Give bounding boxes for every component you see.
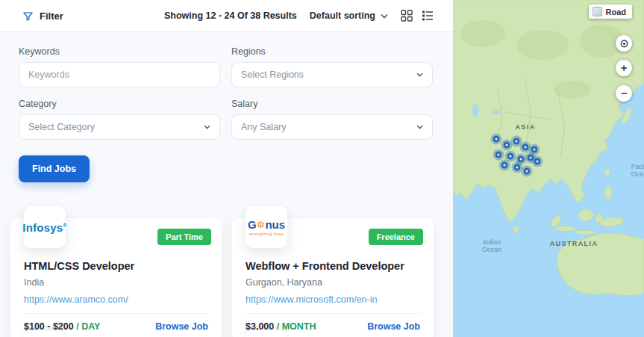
filter-label: Filter bbox=[40, 10, 63, 22]
next-row-card-peek bbox=[24, 330, 64, 337]
category-select[interactable]: Select Category bbox=[19, 114, 220, 140]
genus-logo: G⚙nus bbox=[248, 218, 285, 231]
job-location: India bbox=[24, 277, 208, 288]
job-company-link[interactable]: https://www.microsoft.com/en-in bbox=[246, 294, 420, 305]
locate-me-button[interactable] bbox=[616, 35, 632, 52]
map-cluster-marker[interactable] bbox=[493, 136, 500, 143]
job-title: HTML/CSS Developer bbox=[24, 260, 208, 272]
map-cluster-marker[interactable] bbox=[514, 164, 521, 171]
next-row-card-peek bbox=[246, 330, 286, 337]
chevron-down-icon bbox=[204, 125, 210, 129]
salary-select[interactable]: Any Salary bbox=[231, 114, 433, 140]
map-cluster-marker[interactable] bbox=[522, 144, 529, 151]
chevron-down-icon bbox=[416, 125, 423, 129]
sort-dropdown[interactable]: Default sorting bbox=[310, 10, 388, 21]
job-type-badge: Part Time bbox=[157, 229, 211, 245]
list-view-icon[interactable] bbox=[422, 10, 434, 22]
company-logo: G⚙nus energizing lives bbox=[246, 206, 287, 248]
map-style-label: Road bbox=[606, 7, 627, 16]
grid-view-icon[interactable] bbox=[401, 10, 413, 22]
filter-button[interactable]: Filter bbox=[22, 10, 63, 22]
regions-select[interactable]: Select Regions bbox=[231, 62, 433, 87]
sort-label: Default sorting bbox=[310, 10, 375, 21]
map-terrain bbox=[453, 0, 644, 337]
map-cluster-marker[interactable] bbox=[513, 138, 520, 145]
chevron-down-icon bbox=[416, 72, 423, 77]
company-logo: Infosys® bbox=[24, 206, 66, 248]
results-count: Showing 12 - 24 Of 38 Results bbox=[164, 10, 297, 21]
category-label: Category bbox=[19, 99, 220, 109]
regions-value: Select Regions bbox=[241, 69, 304, 80]
infosys-logo: Infosys® bbox=[22, 221, 66, 234]
map-cluster-marker[interactable] bbox=[495, 152, 502, 158]
map-cluster-marker[interactable] bbox=[518, 156, 525, 163]
map-style-button[interactable]: Road bbox=[589, 4, 633, 19]
filter-form: Keywords Regions Select Regions Category… bbox=[0, 32, 453, 182]
funnel-icon bbox=[22, 10, 34, 22]
zoom-out-button[interactable]: − bbox=[616, 85, 632, 102]
map-cluster-marker[interactable] bbox=[524, 168, 531, 175]
job-type-badge: Freelance bbox=[369, 229, 423, 245]
salary-period: / DAY bbox=[76, 321, 100, 332]
plus-icon: + bbox=[621, 62, 627, 74]
zoom-in-button[interactable]: + bbox=[616, 60, 632, 76]
map-cluster-marker[interactable] bbox=[501, 162, 508, 169]
salary-label: Salary bbox=[231, 99, 433, 109]
browse-job-link[interactable]: Browse Job bbox=[155, 321, 208, 332]
job-title: Webflow + Frontend Developer bbox=[246, 260, 420, 272]
job-company-link[interactable]: https://www.aramco.com/ bbox=[24, 294, 208, 305]
jobs-panel: Filter Showing 12 - 24 Of 38 Results Def… bbox=[0, 0, 453, 337]
genus-tagline: energizing lives bbox=[249, 232, 284, 236]
results-toolbar: Filter Showing 12 - 24 Of 38 Results Def… bbox=[0, 0, 453, 32]
salary-value: Any Salary bbox=[241, 122, 286, 132]
job-card: Infosys® Part Time HTML/CSS Developer In… bbox=[10, 218, 222, 337]
chevron-down-icon bbox=[381, 13, 388, 19]
find-jobs-button[interactable]: Find Jobs bbox=[19, 155, 90, 182]
keywords-input[interactable] bbox=[19, 62, 220, 87]
job-results-list: Infosys® Part Time HTML/CSS Developer In… bbox=[0, 218, 453, 337]
browse-job-link[interactable]: Browse Job bbox=[367, 321, 420, 332]
map-cluster-marker[interactable] bbox=[507, 153, 514, 160]
map-style-thumbnail-icon bbox=[593, 7, 602, 16]
map-cluster-marker[interactable] bbox=[504, 142, 510, 149]
category-value: Select Category bbox=[28, 122, 95, 132]
regions-label: Regions bbox=[231, 46, 433, 57]
minus-icon: − bbox=[621, 87, 627, 99]
job-location: Gurgaon, Haryana bbox=[246, 277, 420, 288]
keywords-label: Keywords bbox=[19, 46, 220, 57]
map-cluster-marker[interactable] bbox=[528, 155, 534, 161]
job-card: G⚙nus energizing lives Freelance Webflow… bbox=[232, 218, 434, 337]
map-canvas[interactable]: Road + − ASIAAUSTRALIAIndian OceanPacifi… bbox=[453, 0, 644, 337]
gear-icon: ⚙ bbox=[257, 220, 265, 230]
locate-icon bbox=[619, 39, 629, 49]
map-cluster-marker[interactable] bbox=[531, 146, 538, 153]
map-cluster-marker[interactable] bbox=[534, 158, 541, 165]
